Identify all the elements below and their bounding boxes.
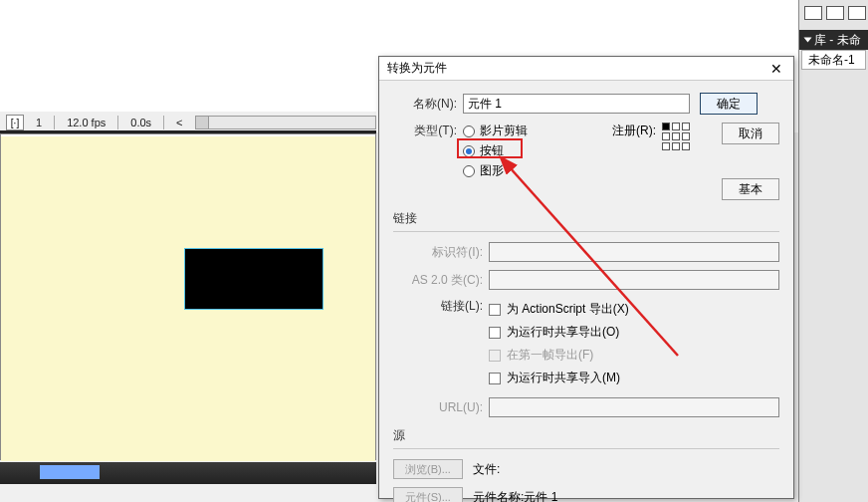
reg-cell[interactable] [672,142,680,150]
linkage-options-row: 链接(L): 为 ActionScript 导出(X) 为运行时共享导出(O) … [393,298,779,389]
url-row: URL(U): [393,397,779,417]
selected-shape-rectangle[interactable] [184,248,324,310]
type-label: 类型(T): [393,123,463,139]
bottom-status-bar [0,462,376,484]
radio-label: 影片剪辑 [480,123,528,139]
identifier-row: 标识符(I): [393,242,779,262]
radio-label: 图形 [480,162,504,179]
stage-canvas[interactable] [1,136,375,461]
name-label: 名称(N): [393,96,463,113]
as2-class-input [489,270,779,290]
reg-cell[interactable] [662,123,670,130]
browse-row: 浏览(B)... 文件: [393,459,779,479]
dialog-title: 转换为元件 [387,60,447,77]
source-section-header: 源 [393,427,779,444]
name-input[interactable] [463,94,690,114]
chk-first-frame: 在第一帧导出(F) [489,347,629,364]
file-label: 文件: [473,461,500,478]
time-display: 0.0s [126,117,155,128]
chk-label: 为运行时共享导入(M) [507,370,620,386]
reg-cell[interactable] [682,123,690,130]
reg-cell[interactable] [682,132,690,140]
doc-name: 未命名-1 [808,52,855,69]
scroll-left-icon[interactable]: < [172,117,186,128]
annotation-highlight-box [457,138,523,158]
linkage-label: 链接(L): [393,298,489,315]
layout-icon[interactable] [826,6,844,20]
chk-label: 在第一帧导出(F) [507,347,593,364]
layout-icon[interactable] [804,6,822,20]
chk-label: 为运行时共享导出(O) [507,324,619,341]
chk-rt-import[interactable]: 为运行时共享导入(M) [489,370,629,386]
chk-rt-export[interactable]: 为运行时共享导出(O) [489,324,629,341]
disclosure-triangle-icon [804,38,812,43]
library-panel-header[interactable]: 库 - 未命 [799,30,868,50]
library-doc-tab[interactable]: 未命名-1 [801,50,866,70]
toolbar-separator [54,116,55,129]
identifier-label: 标识符(I): [393,244,489,261]
url-label: URL(U): [393,400,489,414]
cancel-button[interactable]: 取消 [722,123,779,144]
center-frame-icon[interactable]: [·] [6,115,24,130]
radio-graphic[interactable]: 图形 [463,162,552,179]
separator [393,448,779,449]
radio-icon [463,165,475,177]
as2-class-row: AS 2.0 类(C): [393,270,779,290]
reg-cell[interactable] [682,142,690,150]
dialog-body: 名称(N): 确定 类型(T): 影片剪辑 按钮 图形 [379,81,793,502]
symbol-button: 元件(S)... [393,487,463,502]
url-input [489,397,779,417]
checkbox-icon [489,373,501,384]
identifier-input [489,242,779,262]
frame-number: 1 [32,117,46,128]
library-label: 库 - 未命 [814,32,861,49]
basic-button[interactable]: 基本 [722,178,779,200]
type-radio-group: 影片剪辑 按钮 图形 [463,123,552,179]
stage-container [0,133,376,460]
symbol-name-label: 元件名称:元件 1 [473,489,557,503]
registration-grid[interactable] [662,123,690,150]
timeline-scrollbar[interactable] [195,116,377,129]
dialog-titlebar: 转换为元件 ✕ [379,57,793,81]
radio-icon [463,126,475,137]
toolbar-separator [117,116,118,129]
register-label: 注册(R): [612,123,656,139]
toolbar-separator [163,116,164,129]
linkage-section-header: 链接 [393,210,779,227]
as2-class-label: AS 2.0 类(C): [393,272,489,289]
symbol-row: 元件(S)... 元件名称:元件 1 [393,487,779,502]
panel-layout-icons [804,6,866,20]
separator [393,231,779,232]
chk-as-export[interactable]: 为 ActionScript 导出(X) [489,301,629,318]
chk-label: 为 ActionScript 导出(X) [507,301,629,318]
reg-cell[interactable] [672,123,680,130]
checkbox-icon [489,350,501,362]
name-row: 名称(N): 确定 [393,93,779,115]
convert-to-symbol-dialog: 转换为元件 ✕ 名称(N): 确定 类型(T): 影片剪辑 按钮 [378,56,794,499]
close-icon[interactable]: ✕ [767,60,785,78]
reg-cell[interactable] [662,132,670,140]
checkbox-icon [489,327,501,339]
right-panel: 库 - 未命 未命名-1 [798,0,868,502]
radio-movie-clip[interactable]: 影片剪辑 [463,123,552,139]
browse-button: 浏览(B)... [393,459,463,479]
reg-cell[interactable] [672,132,680,140]
type-row: 类型(T): 影片剪辑 按钮 图形 注册(R): [393,123,779,200]
checkbox-icon [489,304,501,316]
layout-icon[interactable] [848,6,866,20]
reg-cell[interactable] [662,142,670,150]
bottom-selection[interactable] [40,465,100,479]
fps-display: 12.0 fps [63,117,109,128]
ok-button[interactable]: 确定 [700,93,758,115]
